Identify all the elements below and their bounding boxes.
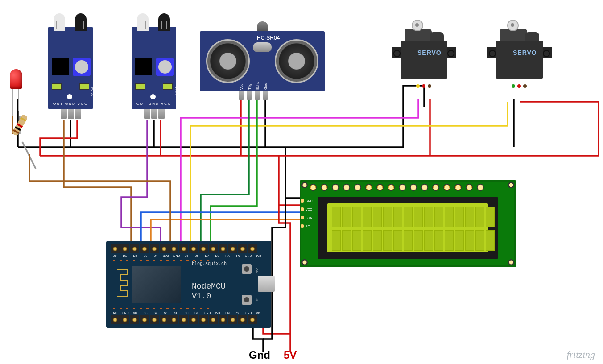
servo-motor-1: SERVO	[392, 16, 456, 85]
nodemcu-flash-button	[242, 264, 252, 274]
esp8266-chip	[132, 266, 181, 303]
5v-label: 5V	[284, 349, 297, 361]
wifi-antenna-icon	[116, 269, 129, 300]
red-led	[10, 69, 22, 89]
lcd-i2c-pins: GND VCC SDA SCL	[301, 199, 316, 228]
nodemcu-rst-button	[242, 295, 252, 305]
resistor	[14, 132, 37, 138]
hcsr04-pin-trig: Trig	[248, 84, 252, 90]
hcsr04-model-label: HC-SR04	[257, 35, 280, 41]
nodemcu-name: NodeMCU	[192, 282, 226, 291]
servo1-label: SERVO	[417, 49, 442, 56]
lcd-16x2-i2c: GND VCC SDA SCL	[300, 180, 516, 267]
nodemcu-url: blog.squix.ch	[192, 261, 227, 266]
lcd-pin-gnd: GND	[306, 199, 313, 203]
ir1-pin-labels: OUT GND VCC	[48, 102, 93, 106]
rst-label: RST	[256, 298, 259, 303]
ir-sensor-module-1: OUT GND VCC FC-51	[48, 27, 93, 109]
lcd-pin-vcc: VCC	[306, 208, 312, 211]
hcsr04-pin-vcc: Vcc	[240, 84, 244, 90]
servo2-label: SERVO	[513, 49, 537, 56]
nodemcu-labels-top: D0D1D2D3D43V3GNDD5D6D7D8RXTXGND3V3	[112, 254, 261, 257]
nodemcu-version: V1.0	[192, 292, 211, 301]
hcsr04-pin-gnd: Gnd	[264, 83, 268, 90]
hcsr04-pin-echo: Echo	[256, 82, 260, 90]
lcd-display-cells	[332, 207, 495, 251]
nodemcu-labels-bottom: A0GNDVUS3S2S1SCS0SKGND3V3ENRSTGNDVin	[112, 311, 261, 314]
nodemcu-pins-bottom	[111, 315, 257, 324]
micro-usb-port	[258, 276, 275, 292]
nodemcu-board: D0D1D2D3D43V3GNDD5D6D7D8RXTXGND3V3 A0GND…	[106, 241, 271, 328]
lcd-pin-sda: SDA	[306, 216, 312, 219]
ir2-pin-labels: OUT GND VCC	[132, 102, 176, 106]
nodemcu-pins-top	[111, 244, 257, 253]
gnd-label: Gnd	[249, 349, 270, 361]
ir-sensor-module-2: OUT GND VCC FC-51	[132, 27, 176, 109]
flash-label: FLASH	[256, 266, 259, 274]
ultrasonic-sensor-hcsr04: HC-SR04 Vcc Trig Echo Gnd	[200, 31, 325, 91]
fritzing-watermark: fritzing	[566, 349, 595, 360]
lcd-pin-scl: SCL	[306, 225, 312, 228]
lcd-header-pins	[310, 184, 484, 191]
servo-motor-2: SERVO	[487, 16, 552, 85]
